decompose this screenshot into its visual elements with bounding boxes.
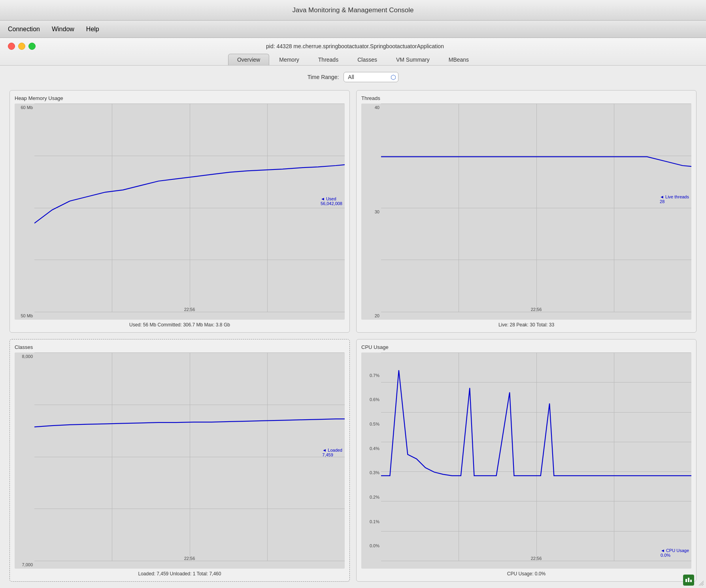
tab-memory[interactable]: Memory (270, 54, 308, 65)
classes-chart: 8,000 7,000 (15, 352, 345, 569)
threads-y-axis: 40 30 20 (361, 104, 381, 320)
connection-icon[interactable] (683, 575, 694, 586)
traffic-lights (8, 43, 36, 50)
threads-title: Threads (361, 95, 691, 101)
minimize-button[interactable] (18, 43, 25, 50)
time-range-select-wrapper: All Last 1 minute Last 5 minutes Last 10… (344, 72, 398, 82)
svg-rect-1 (688, 578, 689, 582)
cpu-x-label: 22:56 (381, 556, 691, 561)
resize-handle[interactable] (698, 580, 704, 586)
heap-svg (34, 104, 345, 236)
svg-rect-2 (690, 580, 692, 582)
tab-classes[interactable]: Classes (348, 54, 386, 65)
svg-line-5 (702, 584, 704, 586)
classes-x-label: 22:56 (34, 556, 345, 561)
svg-rect-0 (685, 579, 687, 582)
threads-panel: Threads 40 30 20 (356, 90, 697, 333)
heap-y-axis: 60 Mb 50 Mb (15, 104, 34, 320)
threads-x-label: 22:56 (381, 307, 691, 312)
heap-footer: Used: 56 Mb Committed: 306.7 Mb Max: 3.8… (15, 322, 345, 328)
cpu-y-axis: 0.7% 0.6% 0.5% 0.4% 0.3% 0.2% 0.1% 0.0% (361, 352, 381, 569)
heap-x-label: 22:56 (34, 307, 345, 312)
menu-help[interactable]: Help (86, 26, 99, 33)
maximize-button[interactable] (28, 43, 36, 50)
classes-title: Classes (15, 344, 345, 350)
threads-svg (381, 104, 691, 236)
charts-grid: Heap Memory Usage 60 Mb 50 Mb (9, 90, 697, 582)
content-area: Time Range: All Last 1 minute Last 5 min… (0, 66, 706, 588)
threads-footer: Live: 28 Peak: 30 Total: 33 (361, 322, 691, 328)
cpu-footer: CPU Usage: 0.0% (361, 571, 691, 577)
heap-memory-panel: Heap Memory Usage 60 Mb 50 Mb (9, 90, 350, 333)
classes-footer: Loaded: 7,459 Unloaded: 1 Total: 7,460 (15, 571, 345, 577)
classes-svg (34, 352, 345, 485)
classes-panel: Classes 8,000 7,000 (9, 339, 350, 582)
cpu-panel: CPU Usage 0.7% 0.6% 0.5% 0.4% 0.3% 0.2% … (356, 339, 697, 582)
cpu-chart: 0.7% 0.6% 0.5% 0.4% 0.3% 0.2% 0.1% 0.0% (361, 352, 691, 569)
classes-value-label: Loaded7,459 (322, 448, 342, 457)
window-title-bar: pid: 44328 me.cherrue.springbootactuator… (8, 43, 698, 50)
close-button[interactable] (8, 43, 15, 50)
time-range-select[interactable]: All Last 1 minute Last 5 minutes Last 10… (344, 72, 398, 82)
main-window: pid: 44328 me.cherrue.springbootactuator… (0, 38, 706, 588)
menu-window[interactable]: Window (52, 26, 74, 33)
time-range-label: Time Range: (308, 74, 339, 80)
title-bar: Java Monitoring & Management Console (0, 0, 706, 21)
threads-chart: 40 30 20 (361, 104, 691, 320)
classes-y-axis: 8,000 7,000 (15, 352, 34, 569)
cpu-title: CPU Usage (361, 344, 691, 350)
menu-bar: Connection Window Help (0, 21, 706, 38)
heap-memory-title: Heap Memory Usage (15, 95, 345, 101)
tab-bar: Overview Memory Threads Classes VM Summa… (8, 54, 698, 65)
time-range-row: Time Range: All Last 1 minute Last 5 min… (9, 72, 697, 82)
tab-mbeans[interactable]: MBeans (440, 54, 478, 65)
cpu-svg (381, 352, 691, 477)
app-title: Java Monitoring & Management Console (292, 6, 413, 14)
heap-memory-chart: 60 Mb 50 Mb (15, 104, 345, 320)
pid-label: pid: 44328 me.cherrue.springbootactuator… (36, 43, 674, 49)
cpu-value-label: CPU Usage0.0% (661, 548, 689, 558)
tab-overview[interactable]: Overview (228, 54, 269, 65)
threads-value-label: Live threads28 (660, 194, 689, 204)
heap-value-label: Used56,042,008 (321, 196, 342, 206)
menu-connection[interactable]: Connection (8, 26, 40, 33)
window-chrome: pid: 44328 me.cherrue.springbootactuator… (0, 38, 706, 66)
tab-vm-summary[interactable]: VM Summary (387, 54, 439, 65)
svg-line-4 (700, 582, 704, 586)
tab-threads[interactable]: Threads (309, 54, 347, 65)
